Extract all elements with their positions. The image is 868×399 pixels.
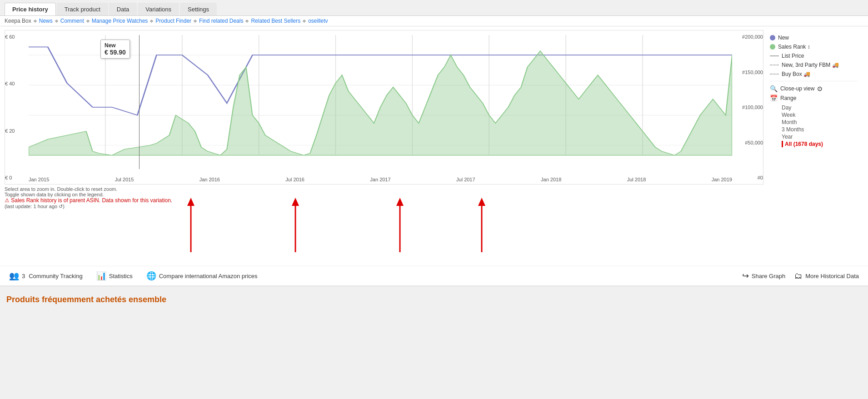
tab-variations[interactable]: Variations	[138, 3, 179, 15]
legend-fbm-dash	[770, 65, 779, 65]
legend-new-label: New	[778, 35, 789, 41]
share-icon: ↪	[742, 271, 749, 281]
legend-list-price-dash	[770, 55, 779, 56]
compare-item[interactable]: 🌐 Compare international Amazon prices	[146, 271, 258, 281]
copy-icon: 🗂	[794, 271, 803, 281]
manage-price-watches-link[interactable]: Manage Price Watches	[92, 18, 148, 24]
page-container: Price history Track product Data Variati…	[0, 0, 868, 308]
x-jul2015: Jul 2015	[115, 177, 134, 182]
compare-label: Compare international Amazon prices	[159, 273, 258, 279]
legend-buybox-label: Buy Box 🚚	[782, 71, 810, 77]
right-actions: ↪ Share Graph 🗂 More Historical Data	[742, 271, 859, 281]
chart-row: € 60 € 40 € 20 € 0 #200,000 #150,000 #10…	[0, 26, 868, 185]
tabs-bar: Price history Track product Data Variati…	[0, 0, 868, 16]
statistics-label: Statistics	[109, 273, 133, 279]
tooltip-overlay: Sales Rank 1,203 Mon, Nov 23 12:44	[0, 211, 868, 266]
x-jul2017: Jul 2017	[456, 177, 475, 182]
legend-sales-rank: Sales Rank ↕	[770, 44, 857, 50]
legend-sales-rank-dot	[770, 44, 775, 50]
range-all-indicator	[782, 141, 783, 147]
range-3months[interactable]: 3 Months	[782, 126, 857, 133]
calendar-icon: 📅	[770, 95, 778, 102]
legend-sales-rank-label: Sales Rank ↕	[778, 44, 810, 50]
closeup-control: 🔍 Close-up view ⊙	[770, 85, 857, 92]
x-jan2018: Jan 2018	[541, 177, 561, 182]
x-jul2018: Jul 2018	[627, 177, 646, 182]
find-related-deals-link[interactable]: Find related Deals	[199, 18, 243, 24]
sep1: ❖	[33, 19, 37, 24]
oseilletv-link[interactable]: oseilletv	[308, 18, 328, 24]
users-icon: 👥	[9, 271, 19, 281]
range-day[interactable]: Day	[782, 104, 857, 111]
sep7: ❖	[302, 19, 306, 24]
statistics-item[interactable]: 📊 Statistics	[96, 271, 133, 281]
tab-track-product[interactable]: Track product	[57, 3, 108, 15]
chart-svg	[5, 30, 763, 184]
section-title: Produits fréquemment achetés ensemble	[0, 285, 868, 308]
news-link[interactable]: News	[39, 18, 53, 24]
x-jan2016: Jan 2016	[200, 177, 220, 182]
chart-area[interactable]: € 60 € 40 € 20 € 0 #200,000 #150,000 #10…	[5, 30, 763, 185]
sep4: ❖	[150, 19, 154, 24]
share-graph-item[interactable]: ↪ Share Graph	[742, 271, 785, 281]
legend: New Sales Rank ↕ List Price New, 3rd Par…	[763, 30, 863, 185]
legend-buybox-dash	[770, 74, 779, 75]
legend-divider	[770, 81, 857, 81]
legend-fbm-label: New, 3rd Party FBM 🚚	[782, 62, 839, 68]
sep2: ❖	[55, 19, 59, 24]
sep5: ❖	[193, 19, 197, 24]
community-label: Community Tracking	[29, 273, 82, 279]
range-options: Day Week Month 3 Months Year All (1678 d…	[782, 104, 857, 148]
x-axis-labels: Jan 2015 Jul 2015 Jan 2016 Jul 2016 Jan …	[29, 177, 732, 182]
product-finder-link[interactable]: Product Finder	[155, 18, 191, 24]
x-jan2019: Jan 2019	[712, 177, 732, 182]
community-tracking-item[interactable]: 👥 3 Community Tracking	[9, 271, 83, 281]
more-historical-item[interactable]: 🗂 More Historical Data	[794, 271, 859, 281]
sep6: ❖	[245, 19, 249, 24]
tab-settings[interactable]: Settings	[180, 3, 217, 15]
statistics-icon: 📊	[96, 271, 106, 281]
share-label: Share Graph	[752, 273, 785, 279]
related-best-sellers-link[interactable]: Related Best Sellers	[251, 18, 300, 24]
legend-buybox: Buy Box 🚚	[770, 71, 857, 77]
last-update: (last update: 1 hour ago ↺)	[5, 204, 863, 209]
legend-new-dot	[770, 35, 775, 40]
x-jan2017: Jan 2017	[370, 177, 390, 182]
toggle-icon[interactable]: ⊙	[817, 85, 823, 92]
chart-info-line1: Select area to zoom in. Double-click to …	[5, 186, 863, 192]
range-control: 📅 Range	[770, 95, 857, 102]
keepa-box-label: Keepa Box	[5, 18, 31, 24]
chart-info-line2: Toggle shown data by clicking on the leg…	[5, 192, 863, 197]
range-week[interactable]: Week	[782, 111, 857, 119]
legend-list-price: List Price	[770, 53, 857, 59]
sep3: ❖	[86, 19, 90, 24]
range-year[interactable]: Year	[782, 133, 857, 140]
more-historical-label: More Historical Data	[805, 273, 859, 279]
legend-fbm: New, 3rd Party FBM 🚚	[770, 62, 857, 68]
comment-link[interactable]: Comment	[60, 18, 84, 24]
x-jul2016: Jul 2016	[285, 177, 304, 182]
bottom-bar: 👥 3 Community Tracking 📊 Statistics 🌐 Co…	[0, 266, 868, 285]
search-icon: 🔍	[770, 85, 778, 92]
closeup-label: Close-up view	[780, 85, 814, 92]
sales-rank-warning: ⚠ Sales Rank history is of parent ASIN. …	[5, 197, 863, 204]
x-jan2015: Jan 2015	[29, 177, 49, 182]
range-all[interactable]: All (1678 days)	[782, 140, 857, 148]
range-label: Range	[780, 95, 796, 101]
nav-links-bar: Keepa Box ❖ News ❖ Comment ❖ Manage Pric…	[0, 16, 868, 26]
chart-info: Select area to zoom in. Double-click to …	[0, 185, 868, 211]
svg-marker-13	[29, 51, 732, 155]
range-month[interactable]: Month	[782, 119, 857, 126]
globe-icon: 🌐	[146, 271, 156, 281]
tab-price-history[interactable]: Price history	[5, 3, 56, 15]
community-count: 3	[22, 273, 25, 279]
legend-new: New	[770, 35, 857, 41]
main-content: € 60 € 40 € 20 € 0 #200,000 #150,000 #10…	[0, 26, 868, 285]
legend-list-price-label: List Price	[782, 53, 804, 59]
tab-data[interactable]: Data	[109, 3, 137, 15]
